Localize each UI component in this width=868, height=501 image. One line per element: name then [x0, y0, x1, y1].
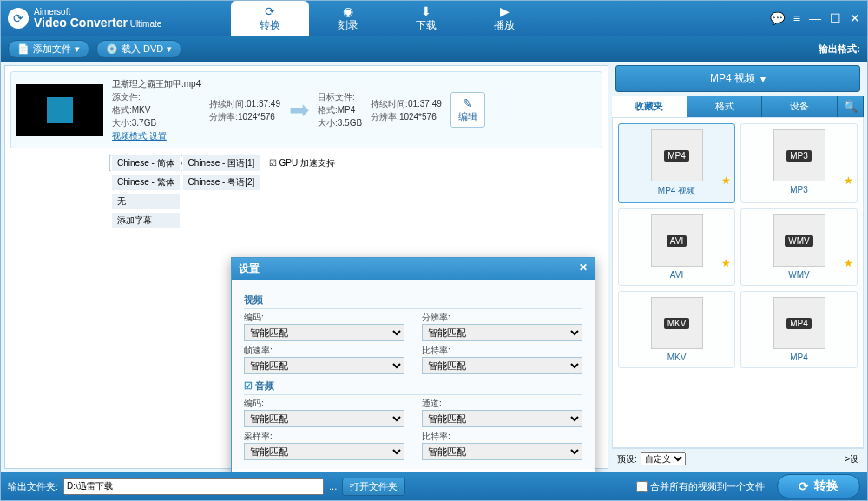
- arrow-icon: ➡: [289, 96, 309, 124]
- open-folder-button[interactable]: 打开文件夹: [342, 478, 405, 496]
- dialog-title: 设置: [239, 261, 260, 276]
- video-encoder-select[interactable]: 智能匹配: [244, 324, 404, 341]
- tab-devices[interactable]: 设备: [762, 96, 838, 117]
- convert-button[interactable]: ⟳转换: [777, 474, 860, 498]
- audio-section[interactable]: 音频: [244, 379, 582, 395]
- browse-button[interactable]: ...: [329, 481, 337, 491]
- video-fps-select[interactable]: 智能匹配: [244, 357, 404, 374]
- output-format-label: 输出格式:: [819, 43, 860, 56]
- dialog-titlebar[interactable]: 设置 ✕: [232, 258, 595, 280]
- tab-favorites[interactable]: 收藏夹: [612, 96, 687, 117]
- preset-select[interactable]: 自定义: [641, 452, 686, 465]
- window-controls: 💬 ≡ — ☐ ✕: [770, 11, 860, 25]
- star-icon[interactable]: ★: [844, 175, 853, 187]
- format-card-avi[interactable]: AVI★AVI: [618, 208, 735, 286]
- feedback-icon[interactable]: 💬: [770, 11, 785, 25]
- format-tabs: 收藏夹 格式 设备 🔍: [612, 96, 864, 117]
- search-icon[interactable]: 🔍: [838, 96, 864, 117]
- star-icon[interactable]: ★: [721, 257, 731, 269]
- merge-checkbox[interactable]: 合并所有的视频到一个文件: [636, 480, 765, 493]
- audio-sample-select[interactable]: 智能匹配: [244, 443, 404, 460]
- format-card-mkv[interactable]: MKVMKV: [618, 291, 735, 368]
- dialog-close-icon[interactable]: ✕: [579, 261, 588, 276]
- maximize-icon[interactable]: ☐: [830, 11, 841, 25]
- tab-play[interactable]: ▶播放: [465, 1, 543, 36]
- track-options: T 无 🔊 Chinese - 国... i ☑ GPU 加速支持: [5, 154, 608, 176]
- output-folder-label: 输出文件夹:: [8, 480, 58, 493]
- settings-dialog: 设置 ✕ 视频 编码:智能匹配 分辨率:智能匹配 帧速率:智能匹配 比特率:智能…: [231, 257, 595, 472]
- minimize-icon[interactable]: —: [809, 11, 821, 25]
- format-grid: MP4★MP4 视频 MP3★MP3 AVI★AVI WMV★WMV MKVMK…: [612, 117, 864, 448]
- thumbnail[interactable]: [16, 84, 103, 136]
- video-bitrate-select[interactable]: 智能匹配: [422, 357, 582, 374]
- edit-button[interactable]: ✎编辑: [450, 92, 485, 128]
- file-card[interactable]: 卫斯理之霸王卸甲.mp4 源文件: 格式:MKV 大小:3.7GB 视频模式:设…: [10, 71, 602, 148]
- toolbar: 📄 添加文件 ▾ 💿 载入 DVD ▾ 输出格式:: [1, 36, 867, 62]
- tab-burn[interactable]: ◉刻录: [309, 1, 387, 36]
- format-card-mp4[interactable]: MP4★MP4 视频: [618, 123, 735, 203]
- gpu-checkbox[interactable]: ☑ GPU 加速支持: [269, 157, 335, 169]
- target-meta: 目标文件: 格式:MP4 大小:3.5GB: [318, 90, 362, 129]
- main-tabs: ⟳转换 ◉刻录 ⬇下载 ▶播放: [231, 1, 543, 36]
- tab-formats[interactable]: 格式: [687, 96, 763, 117]
- output-folder-input[interactable]: [63, 478, 324, 495]
- format-card-wmv[interactable]: WMV★WMV: [740, 208, 858, 286]
- audio-encoder-select[interactable]: 智能匹配: [244, 410, 404, 427]
- refresh-icon: ⟳: [799, 479, 809, 493]
- file-name: 卫斯理之霸王卸甲.mp4: [112, 77, 201, 90]
- preset-label: 预设:: [617, 453, 637, 465]
- edit-icon: ✎: [458, 96, 477, 110]
- audio-channel-select[interactable]: 智能匹配: [422, 410, 582, 427]
- video-section: 视频: [244, 293, 582, 309]
- star-icon[interactable]: ★: [721, 175, 731, 187]
- load-dvd-button[interactable]: 💿 载入 DVD ▾: [96, 40, 181, 58]
- close-icon[interactable]: ✕: [850, 11, 860, 25]
- source-timing: 持续时间:01:37:49 分辨率:1024*576: [209, 97, 280, 123]
- brand: Aimersoft Video Converter Ultimate: [34, 8, 161, 29]
- titlebar: ⟳ Aimersoft Video Converter Ultimate ⟳转换…: [1, 1, 867, 36]
- preset-more[interactable]: >设: [845, 453, 858, 465]
- subtitle-dropdown[interactable]: Chinese - 简体Chinese - 国语[1] Chinese - 繁体…: [109, 153, 262, 231]
- add-file-button[interactable]: 📄 添加文件 ▾: [8, 40, 89, 58]
- video-resolution-select[interactable]: 智能匹配: [422, 324, 582, 341]
- video-mode-link[interactable]: 视频模式:设置: [112, 131, 167, 141]
- source-meta: 卫斯理之霸王卸甲.mp4 源文件: 格式:MKV 大小:3.7GB 视频模式:设…: [112, 77, 201, 142]
- menu-icon[interactable]: ≡: [793, 11, 800, 25]
- format-card-mp4hd[interactable]: MP4MP4: [740, 291, 858, 368]
- logo-icon: ⟳: [8, 8, 29, 29]
- tab-download[interactable]: ⬇下载: [387, 1, 465, 36]
- footer: 输出文件夹: ... 打开文件夹 合并所有的视频到一个文件 ⟳转换: [1, 472, 867, 500]
- current-format-button[interactable]: MP4 视频 ▾: [615, 65, 860, 92]
- format-card-mp3[interactable]: MP3★MP3: [740, 123, 858, 203]
- format-panel: MP4 视频 ▾ 收藏夹 格式 设备 🔍 MP4★MP4 视频 MP3★MP3 …: [612, 65, 864, 469]
- preset-bar: 预设: 自定义 >设: [612, 448, 864, 469]
- target-timing: 持续时间:01:37:49 分辨率:1024*576: [371, 97, 442, 123]
- audio-bitrate-select[interactable]: 智能匹配: [422, 443, 582, 460]
- star-icon[interactable]: ★: [844, 257, 853, 269]
- tab-convert[interactable]: ⟳转换: [231, 1, 309, 36]
